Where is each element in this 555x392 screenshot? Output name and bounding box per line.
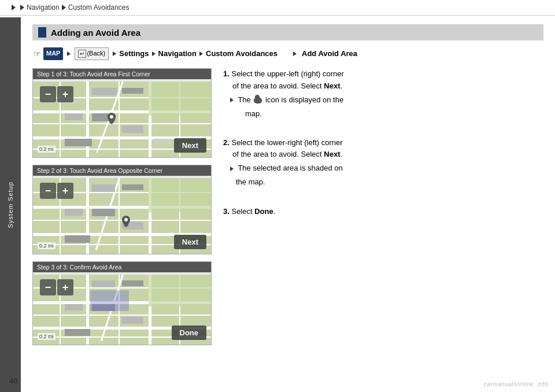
scale-1: 0.2 mi — [38, 146, 56, 153]
navigation-label: Navigation — [158, 48, 197, 60]
map-box-2: Step 2 of 3: Touch Avoid Area Opposite C… — [32, 165, 212, 254]
instruction-2-line2: of the area to avoid. Select Next. — [223, 149, 543, 160]
map-box-2-title: Step 2 of 3: Touch Avoid Area Opposite C… — [33, 165, 211, 176]
nav-arrow-2 — [113, 51, 116, 56]
left-column: Step 1 of 3: Touch Avoid Area First Corn… — [32, 68, 212, 352]
instruction-1-line1: 1. Select the upper-left (right) corner — [223, 68, 543, 80]
sidebar: System Setup — [0, 17, 21, 392]
step-num-3: 3. — [223, 207, 230, 216]
map-badge: MAP — [43, 47, 63, 60]
instruction-1-sub2: map. — [223, 108, 543, 120]
page-number: 40 — [9, 376, 17, 385]
map-marker-2 — [122, 216, 130, 230]
step-num-2: 2. — [223, 138, 230, 147]
nav-arrow-4 — [199, 51, 203, 56]
zoom-out-btn-1[interactable]: − — [40, 86, 56, 102]
add-avoid-area-label: Add Avoid Area — [299, 48, 357, 60]
nav-arrow-5-wrap — [278, 48, 299, 60]
zoom-in-btn-2[interactable]: + — [57, 183, 73, 199]
instruction-2-text1: Select the lower-right (left) corner — [231, 138, 342, 147]
sub-arrow-1 — [230, 98, 234, 102]
instruction-2-sub2-text: the map. — [236, 177, 265, 186]
breadcrumb-bar: Navigation Custom Avoidances — [0, 0, 555, 16]
instruction-1-sub2-text: icon is displayed on the — [265, 95, 343, 104]
sidebar-label: System Setup — [7, 182, 14, 228]
instruction-2: 2. Select the lower-right (left) corner … — [223, 137, 543, 188]
custom-avoidances-label: Custom Avoidances — [206, 48, 278, 60]
scale-2: 0.2 mi — [38, 242, 56, 249]
map-marker-1 — [108, 113, 116, 127]
map-box-3-title: Step 3 of 3: Confirm Avoid Area — [33, 262, 211, 272]
instruction-2-keyword1: Next — [324, 150, 340, 158]
instruction-1-text1: Select the upper-left (right) corner — [231, 69, 343, 78]
zoom-controls-2[interactable]: − + — [40, 183, 73, 199]
map-box-1: Step 1 of 3: Touch Avoid Area First Corn… — [32, 68, 212, 158]
instruction-2-sub1-text: The selected area is shaded on — [238, 164, 342, 172]
svg-point-3 — [124, 218, 128, 221]
instruction-3-line1: 3. Select Done. — [223, 206, 543, 217]
done-btn[interactable]: Done — [172, 326, 207, 340]
breadcrumb-arrow-2 — [20, 5, 24, 10]
section-header: Adding an Avoid Area — [32, 24, 543, 40]
right-column: 1. Select the upper-left (right) corner … — [223, 68, 543, 352]
nav-arrow-1 — [67, 51, 71, 56]
main-content: Adding an Avoid Area ☞ MAP ↩ (Back) Sett… — [21, 17, 555, 392]
scale-3: 0.2 mi — [38, 333, 56, 340]
zoom-out-btn-3[interactable]: − — [40, 279, 56, 295]
instruction-2-sub1: The selected area is shaded on — [223, 162, 543, 174]
instruction-1-sub3-text: map. — [245, 109, 262, 118]
watermark: carmanualsonline .info — [484, 381, 548, 387]
nav-arrow-3 — [152, 51, 156, 56]
map-box-3: Step 3 of 3: Confirm Avoid Area — [32, 261, 212, 345]
section-title: Adding an Avoid Area — [51, 28, 140, 38]
next-btn-1[interactable]: Next — [174, 138, 206, 153]
zoom-in-btn-3[interactable]: + — [57, 279, 73, 295]
instruction-2-line1: 2. Select the lower-right (left) corner — [223, 137, 543, 149]
cloud-icon-1 — [254, 97, 262, 103]
instruction-3-keyword1: Done — [254, 207, 273, 216]
sub-arrow-2 — [230, 167, 234, 171]
breadcrumb-custom-avoidances: Custom Avoidances — [68, 3, 130, 12]
settings-label: Settings — [119, 48, 149, 60]
breadcrumb-arrow-1 — [12, 5, 16, 10]
instruction-1-sub1-text: The — [238, 95, 250, 104]
back-text: (Back) — [87, 49, 105, 59]
zoom-controls-3[interactable]: − + — [40, 279, 73, 295]
instruction-2-text2: of the area to avoid. Select — [232, 150, 324, 158]
zoom-in-btn-1[interactable]: + — [57, 86, 73, 102]
instruction-1-keyword1: Next — [324, 82, 340, 90]
zoom-controls-1[interactable]: − + — [40, 86, 73, 102]
instruction-1-sub1: The icon is displayed on the — [223, 94, 543, 106]
back-badge: ↩ (Back) — [75, 47, 109, 60]
hand-icon: ☞ — [34, 47, 41, 60]
instruction-1: 1. Select the upper-left (right) corner … — [223, 68, 543, 120]
instruction-3-text1: Select — [231, 207, 254, 216]
back-icon: ↩ — [78, 50, 86, 58]
svg-point-1 — [110, 115, 113, 119]
nav-arrow-5 — [293, 51, 297, 56]
two-column-layout: Step 1 of 3: Touch Avoid Area First Corn… — [32, 68, 543, 352]
nav-path: ☞ MAP ↩ (Back) Settings Navigation Custo… — [32, 47, 543, 60]
instruction-1-text2: of the area to avoid. Select — [232, 82, 324, 90]
map-box-1-title: Step 1 of 3: Touch Avoid Area First Corn… — [33, 69, 211, 79]
instruction-3-text2: . — [273, 207, 276, 216]
breadcrumb-navigation: Navigation — [27, 3, 60, 12]
breadcrumb-sep-1 — [62, 5, 66, 10]
step-num-1: 1. — [223, 69, 230, 78]
instruction-1-line2: of the area to avoid. Select Next. — [223, 80, 543, 92]
instruction-3: 3. Select Done. — [223, 206, 543, 217]
next-btn-2[interactable]: Next — [174, 235, 206, 249]
zoom-out-btn-2[interactable]: − — [40, 183, 56, 199]
instruction-2-sub2: the map. — [223, 176, 543, 188]
section-header-accent — [38, 27, 46, 38]
